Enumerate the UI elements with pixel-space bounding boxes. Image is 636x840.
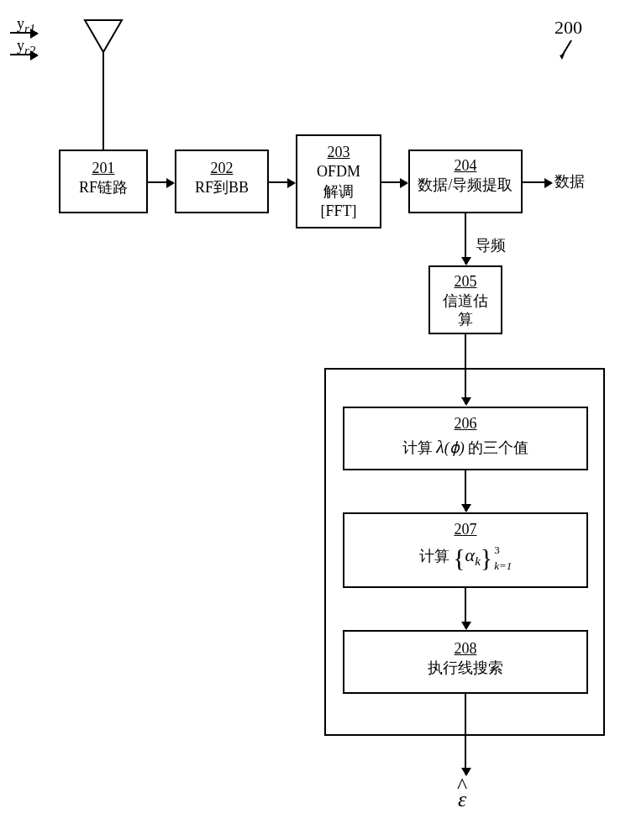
epsilon-hat-output: ^ ε [457,780,467,806]
block-202-rf-to-bb: 202 RF到BB [175,150,269,213]
block-203-line2: 解调 [323,183,354,200]
arrow-icon [10,54,37,55]
arrow-icon [465,588,466,628]
right-brace: } [481,543,492,571]
lambda-symbol: λ [436,436,444,457]
block-206-suffix: 的三个值 [468,439,528,456]
block-208-ref: 208 [344,640,586,658]
block-206-compute-lambda: 206 计算 λ(ϕ) 的三个值 [343,407,588,470]
block-205-ref: 205 [430,272,501,291]
block-202-ref: 202 [176,160,267,177]
svg-marker-2 [85,20,122,52]
slash-mark-icon [558,39,576,60]
block-203-line3: [FFT] [320,202,356,219]
svg-marker-1 [560,54,565,60]
block-208-label: 执行线搜索 [428,659,503,676]
block-201-ref: 201 [60,160,146,177]
block-203-ref: 203 [297,143,380,162]
sub-k1: k=1 [494,560,512,571]
block-205-line1: 信道估 [443,292,488,309]
block-205-channel-estimate: 205 信道估 算 [428,265,502,334]
block-202-label: RF到BB [195,179,249,196]
block-204-data-pilot-extract: 204 数据/导频提取 [408,150,523,213]
block-206-ref: 206 [344,415,586,433]
block-204-ref: 204 [410,156,521,176]
arrow-icon [269,181,294,183]
block-206-prefix: 计算 [402,439,433,456]
data-output-label: 数据 [555,171,585,192]
block-204-label: 数据/导频提取 [418,176,512,193]
block-207-prefix: 计算 [419,548,449,564]
left-brace: { [453,543,465,571]
arrow-icon [148,181,173,183]
block-207-ref: 207 [344,521,586,538]
block-207-compute-alpha: 207 计算 {αk} 3 k=1 [343,512,588,588]
arrow-icon [10,32,37,34]
block-208-line-search: 208 执行线搜索 [343,630,588,694]
arrow-icon [465,470,466,511]
alpha-symbol: α [465,544,476,565]
block-201-rf-link: 201 RF链路 [59,150,148,213]
lambda-arg: (ϕ) [444,439,465,456]
alpha-sub: k [475,554,481,568]
block-203-line1: OFDM [317,163,360,180]
figure-reference: 200 [555,17,582,39]
pilot-label: 导频 [476,235,506,255]
antenna-icon [80,15,127,55]
antenna-stem [102,50,104,150]
arrow-icon [465,694,466,774]
input-y2: y [17,37,24,54]
arrow-icon [381,181,407,183]
figure-number: 200 [555,17,582,38]
arrow-icon [465,213,466,264]
epsilon-symbol: ε [457,793,467,806]
sup-3: 3 [494,544,512,555]
input-y1: y [17,15,24,32]
block-205-line2: 算 [458,311,473,328]
block-201-label: RF链路 [79,179,128,196]
arrow-icon [523,181,551,183]
block-203-ofdm-demod: 203 OFDM 解调 [FFT] [296,134,381,228]
